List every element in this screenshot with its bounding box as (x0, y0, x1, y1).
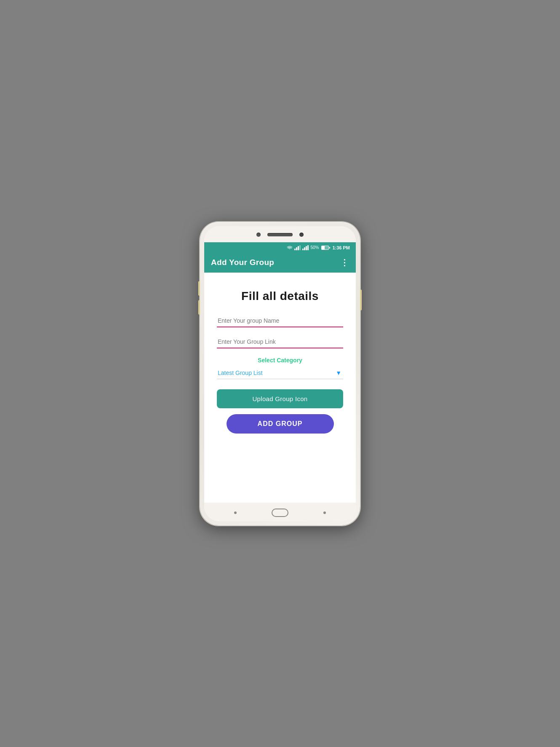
earpiece-speaker (267, 233, 293, 236)
group-name-input[interactable] (217, 315, 343, 327)
category-dropdown-wrapper[interactable]: Latest Group List Entertainment Educatio… (217, 367, 343, 379)
battery-icon (321, 246, 329, 250)
status-bar: 50% 1:36 PM (204, 242, 356, 253)
select-category-label: Select Category (217, 357, 343, 364)
volume-up-button (198, 281, 200, 296)
toolbar-title: Add Your Group (211, 258, 274, 267)
nav-home-button[interactable] (272, 509, 288, 517)
app-toolbar: Add Your Group ⋮ (204, 253, 356, 273)
form-container: Fill all details Select Category Latest … (204, 273, 356, 446)
wifi-icon (287, 246, 293, 250)
group-link-input[interactable] (217, 336, 343, 348)
phone-screen: 50% 1:36 PM Add Your Group ⋮ Fill all de… (204, 226, 356, 521)
upload-group-icon-button[interactable]: Upload Group Icon (217, 389, 343, 408)
status-icons: 50% 1:36 PM (287, 245, 350, 250)
front-camera (256, 233, 261, 237)
form-heading: Fill all details (241, 289, 319, 303)
bottom-nav-bar (204, 503, 356, 521)
signal-bars-2 (302, 245, 309, 250)
battery-percentage: 50% (310, 245, 319, 250)
notch-area (204, 226, 356, 242)
nav-recents-button[interactable] (323, 511, 326, 514)
screen-content: Fill all details Select Category Latest … (204, 273, 356, 503)
nav-back-button[interactable] (234, 511, 237, 514)
volume-down-button (198, 300, 200, 315)
add-group-button[interactable]: ADD GROUP (227, 414, 334, 434)
phone-device: 50% 1:36 PM Add Your Group ⋮ Fill all de… (200, 222, 360, 525)
status-time: 1:36 PM (332, 245, 350, 250)
overflow-menu-icon[interactable]: ⋮ (340, 257, 349, 268)
proximity-sensor (299, 233, 304, 237)
signal-bars-1 (294, 245, 301, 250)
category-dropdown[interactable]: Latest Group List Entertainment Educatio… (217, 367, 343, 379)
